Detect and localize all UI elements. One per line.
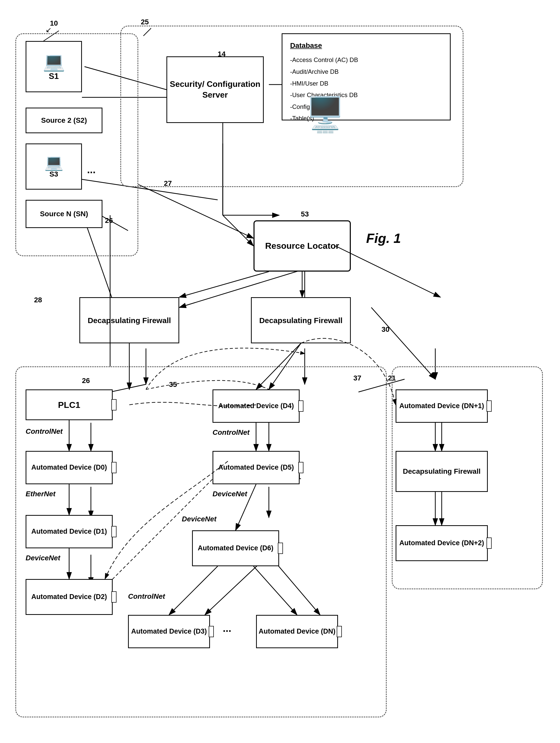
controlnet-label-2: ControlNet: [128, 592, 165, 601]
devicenet-label-2: DeviceNet: [213, 490, 247, 498]
db-item-3: -HMI/User DB: [290, 78, 442, 89]
auto-d0-box: Automated Device (D0): [26, 451, 113, 484]
auto-d3-box: Automated Device (D3): [128, 615, 210, 648]
fig-label: Fig. 1: [366, 230, 401, 246]
resource-locator-box: Resource Locator: [253, 220, 351, 272]
computer-icon: 🖥️ ⌨️⌨️⌨️: [292, 97, 359, 154]
ellipsis-sources: ...: [87, 164, 95, 175]
auto-dn2-box: Automated Device (DN+2): [395, 525, 488, 561]
auto-dn1-box: Automated Device (DN+1): [395, 389, 488, 423]
ethernet-label: EtherNet: [26, 490, 56, 498]
ref-53: 53: [301, 210, 309, 218]
db-item-2: -Audit/Archive DB: [290, 66, 442, 78]
svg-line-33: [138, 184, 253, 238]
ref-25: 25: [141, 18, 149, 26]
auto-d1-box: Automated Device (D1): [26, 515, 113, 548]
diagram: 10 ↙ 25 14 16 24 27 26 53 28 30 26 35 37…: [0, 0, 560, 743]
s3-box: 💻 S3: [26, 143, 82, 189]
auto-dn-box: Automated Device (DN): [256, 615, 338, 648]
auto-d2-box: Automated Device (D2): [26, 579, 113, 615]
source2-box: Source 2 (S2): [26, 107, 102, 133]
auto-d6-box: Automated Device (D6): [192, 530, 279, 566]
ref-30: 30: [381, 325, 389, 334]
db-item-1: -Access Control (AC) DB: [290, 54, 442, 66]
sourcen-box: Source N (SN): [26, 200, 102, 228]
ref-28: 28: [34, 296, 42, 304]
s1-label: S1: [43, 72, 65, 81]
controlnet-label-1: ControlNet: [26, 427, 63, 436]
decap-fw-center: Decapsulating Firewall: [251, 297, 351, 343]
s1-box: 💻 S1: [26, 41, 82, 92]
ellipsis-bottom: ...: [223, 623, 231, 634]
decap-fw-right: Decapsulating Firewall: [395, 451, 488, 492]
decap-fw-left: Decapsulating Firewall: [79, 297, 179, 343]
auto-d4-box: Automated Device (D4): [213, 389, 299, 423]
devicenet-label-1: DeviceNet: [26, 554, 60, 562]
svg-line-27: [179, 272, 269, 297]
plc1-box: PLC1: [26, 389, 113, 420]
svg-line-31: [223, 215, 253, 246]
security-server-box: Security/ Configuration Server: [167, 56, 264, 123]
svg-line-29: [335, 246, 440, 297]
s3-label: S3: [44, 170, 63, 178]
database-title: Database: [290, 39, 442, 52]
ref-10-arrow: ↙: [46, 26, 51, 34]
auto-d5-box: Automated Device (D5): [213, 451, 299, 484]
devicenet-label-3: DeviceNet: [182, 515, 216, 523]
controlnet-label-3: ControlNet: [213, 428, 250, 437]
